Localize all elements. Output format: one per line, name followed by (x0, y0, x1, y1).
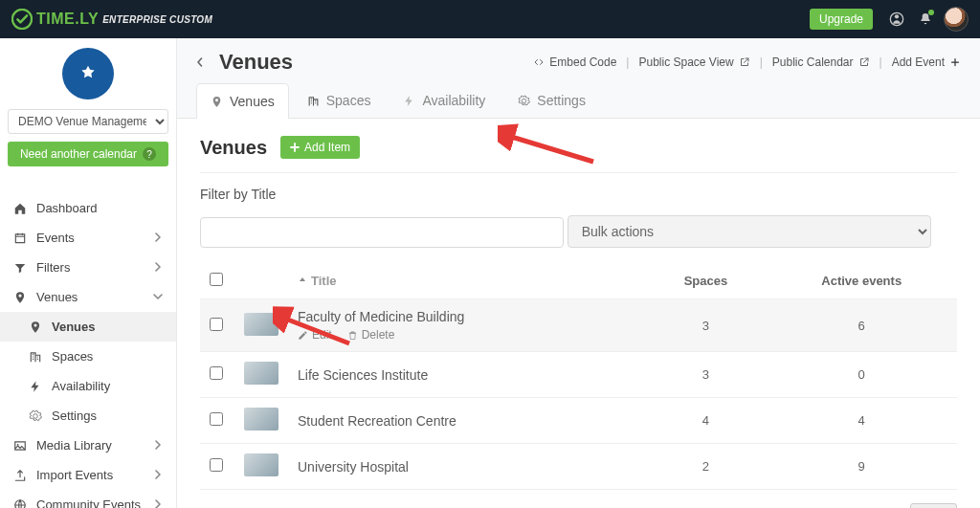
venue-spaces: 4 (645, 398, 766, 444)
venue-active-events: 6 (766, 299, 957, 352)
embed-code-link[interactable]: Embed Code (533, 55, 616, 69)
chevron-right-icon (153, 468, 163, 482)
sidebar-item-label: Dashboard (36, 201, 98, 215)
sidebar-item-media-library[interactable]: Media Library (0, 431, 176, 460)
col-spaces[interactable]: Spaces (645, 263, 766, 299)
sidebar-item-import-events[interactable]: Import Events (0, 460, 176, 490)
sidebar-item-label: Spaces (52, 349, 93, 364)
topbar: TIME.LY ENTERPRISE CUSTOM Upgrade (0, 0, 980, 38)
back-icon[interactable] (192, 55, 208, 70)
question-icon: ? (143, 147, 156, 161)
page-title: Venues (219, 50, 293, 75)
need-another-calendar-button[interactable]: Need another calendar ? (8, 142, 168, 166)
avatar[interactable] (944, 7, 969, 32)
sidebar-subitem-venues[interactable]: Venues (0, 312, 176, 342)
table-row[interactable]: University Hospital29 (200, 444, 957, 490)
venue-spaces: 2 (645, 444, 766, 490)
public-calendar-link[interactable]: Public Calendar (772, 55, 870, 69)
sidebar-subitem-availability[interactable]: Availability (0, 371, 176, 401)
sidebar-item-label: Import Events (36, 468, 113, 482)
tab-label: Settings (537, 93, 586, 108)
row-checkbox[interactable] (210, 412, 223, 426)
venue-spaces: 3 (645, 299, 766, 352)
notifications-icon[interactable] (913, 7, 938, 32)
bulk-actions-select[interactable]: Bulk actions (568, 215, 931, 248)
venue-thumbnail (244, 408, 278, 431)
sidebar-item-label: Events (36, 231, 75, 245)
chevron-right-icon (153, 260, 163, 275)
row-checkbox[interactable] (210, 458, 223, 472)
tab-label: Availability (422, 93, 485, 108)
row-checkbox[interactable] (210, 318, 223, 331)
sidebar-item-events[interactable]: Events (0, 223, 176, 253)
sidebar-item-community-events[interactable]: Community Events (0, 490, 176, 508)
add-item-label: Add Item (304, 141, 350, 154)
help-icon[interactable] (884, 7, 909, 32)
plus-icon (949, 56, 961, 68)
sidebar-item-label: Venues (52, 320, 96, 334)
tab-spaces[interactable]: Spaces (293, 82, 386, 118)
notification-dot-icon (928, 10, 934, 15)
sidebar-item-dashboard[interactable]: Dashboard (0, 193, 176, 223)
upgrade-button[interactable]: Upgrade (810, 9, 873, 30)
venue-active-events: 4 (766, 398, 957, 444)
col-active-events[interactable]: Active events (766, 263, 957, 299)
svg-point-2 (895, 14, 899, 18)
sidebar-item-filters[interactable]: Filters (0, 253, 176, 282)
tab-label: Venues (230, 94, 275, 109)
venue-spaces: 3 (645, 352, 766, 398)
venue-title: Student Recreation Centre (298, 413, 635, 429)
sidebar-subitem-spaces[interactable]: Spaces (0, 342, 176, 371)
need-another-calendar-label: Need another calendar (20, 147, 137, 161)
add-item-button[interactable]: Add Item (280, 136, 360, 159)
table-footer: Total number of items: 4 Items per page … (200, 490, 957, 508)
venue-title: University Hospital (298, 459, 635, 475)
tabs: VenuesSpacesAvailabilitySettings (177, 82, 980, 119)
svg-point-4 (15, 499, 26, 508)
sidebar-menu: DashboardEventsFiltersVenuesVenuesSpaces… (0, 193, 176, 508)
add-event-link[interactable]: Add Event (892, 55, 961, 69)
filter-label: Filter by Title (200, 187, 957, 202)
org-select-input[interactable]: DEMO Venue Managemen (8, 109, 168, 134)
brand-subtitle: ENTERPRISE CUSTOM (102, 14, 212, 25)
header-links: Embed Code | Public Space View | Public … (533, 55, 961, 69)
org-select[interactable]: DEMO Venue Managemen (8, 109, 168, 134)
page-header: Venues Embed Code | Public Space View | … (177, 38, 980, 82)
table-row[interactable]: Student Recreation Centre44 (200, 398, 957, 444)
tab-venues[interactable]: Venues (196, 83, 289, 119)
delete-action[interactable]: Delete (347, 328, 395, 342)
sidebar-item-label: Filters (36, 260, 70, 275)
venue-active-events: 0 (766, 352, 957, 398)
tab-settings[interactable]: Settings (503, 82, 600, 118)
venue-thumbnail (244, 362, 278, 385)
venues-table: Title Spaces Active events Faculty of Me… (200, 263, 957, 490)
row-checkbox[interactable] (210, 366, 223, 380)
sidebar-item-label: Venues (36, 290, 78, 304)
venue-title: Faculty of Medicine Building (298, 309, 635, 324)
table-row[interactable]: Life Sciences Institute30 (200, 352, 957, 398)
logo-mark-icon (11, 9, 33, 30)
sidebar-item-venues[interactable]: Venues (0, 282, 176, 312)
chevron-right-icon (153, 438, 163, 453)
venue-title: Life Sciences Institute (298, 367, 635, 383)
venue-thumbnail (244, 453, 278, 476)
table-row[interactable]: Faculty of Medicine BuildingEditDelete36 (200, 299, 957, 352)
code-icon (533, 56, 545, 68)
external-icon (858, 56, 870, 68)
chevron-down-icon (153, 290, 163, 304)
external-icon (739, 56, 750, 68)
logo: TIME.LY ENTERPRISE CUSTOM (11, 9, 212, 30)
select-all-checkbox[interactable] (210, 273, 223, 286)
sidebar-subitem-settings[interactable]: Settings (0, 401, 176, 431)
items-per-page-select[interactable]: 15 (910, 503, 957, 508)
tab-availability[interactable]: Availability (389, 82, 500, 118)
sidebar: DEMO Venue Managemen Need another calend… (0, 38, 177, 508)
edit-action[interactable]: Edit (298, 328, 332, 342)
public-space-view-link[interactable]: Public Space View (638, 55, 749, 69)
main: Venues Embed Code | Public Space View | … (177, 38, 980, 508)
brand-name: TIME.LY (36, 11, 99, 28)
sidebar-item-label: Availability (52, 379, 110, 393)
filter-title-input[interactable] (200, 217, 564, 248)
panel: Venues Add Item Filter by Title Bulk act… (177, 119, 980, 508)
col-title[interactable]: Title (288, 263, 645, 299)
